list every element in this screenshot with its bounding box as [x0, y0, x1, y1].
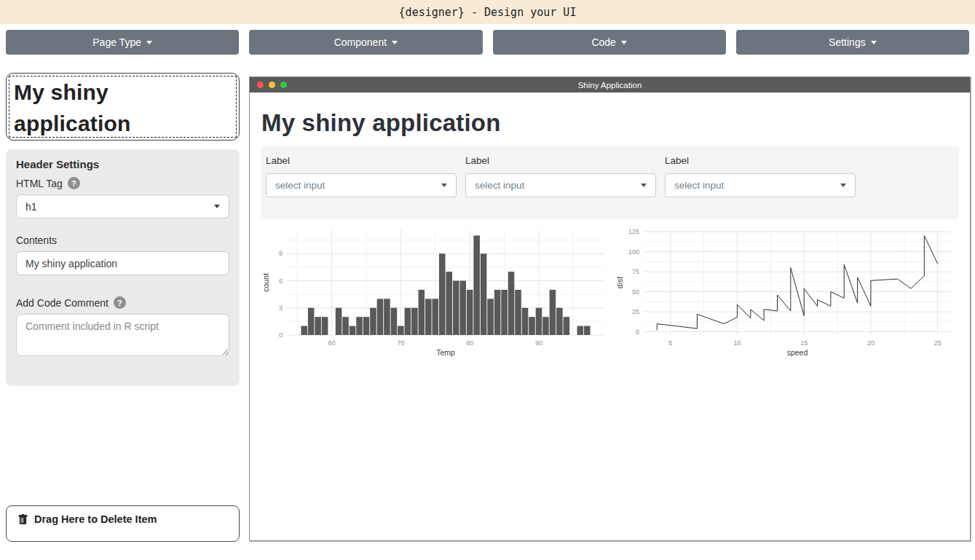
chevron-down-icon [621, 41, 627, 44]
select-input-placeholder: select input [674, 180, 724, 191]
trash-icon [17, 514, 28, 525]
select-inputs-row: Label select input Label select input La… [261, 146, 959, 219]
chevron-down-icon [214, 205, 220, 208]
code-comment-textarea[interactable] [16, 314, 229, 356]
svg-text:60: 60 [328, 339, 336, 347]
code-comment-label: Add Code Comment [16, 297, 108, 309]
chevron-down-icon [441, 184, 447, 187]
chevron-down-icon [840, 184, 846, 187]
temp-histogram-chart: 036960708090Tempcount [261, 226, 610, 361]
help-icon[interactable]: ? [68, 177, 80, 189]
svg-text:125: 125 [628, 228, 639, 235]
svg-text:count: count [261, 273, 270, 292]
contents-label: Contents [16, 234, 229, 246]
traffic-lights [257, 77, 287, 92]
select-input-label: Label [665, 155, 856, 166]
svg-text:25: 25 [632, 308, 639, 315]
html-tag-selected-value: h1 [25, 201, 37, 213]
settings-dropdown-button[interactable]: Settings [736, 30, 969, 55]
select-input-dropdown[interactable]: select input [266, 173, 457, 197]
minimize-window-icon[interactable] [269, 82, 275, 88]
chevron-down-icon [146, 41, 152, 44]
window-title: Shiny Application [578, 81, 642, 90]
toolbar: Page Type Component Code Settings [6, 30, 969, 55]
component-label: Component [334, 36, 387, 48]
svg-text:80: 80 [466, 339, 473, 347]
select-input-group: Label select input [266, 154, 457, 197]
component-dropdown-button[interactable]: Component [249, 30, 482, 55]
maximize-window-icon[interactable] [280, 82, 287, 88]
charts-row: 036960708090Tempcount 025507510012551015… [261, 226, 959, 361]
chevron-down-icon [641, 184, 647, 187]
sidebar: My shiny application Header Settings HTM… [6, 73, 240, 550]
header-settings-panel: Header Settings HTML Tag ? h1 Contents A… [6, 149, 240, 386]
panel-title: Header Settings [16, 158, 229, 170]
settings-label: Settings [829, 36, 866, 48]
svg-text:0: 0 [279, 331, 283, 339]
close-window-icon[interactable] [257, 82, 264, 88]
svg-text:9: 9 [279, 250, 283, 257]
svg-text:dist: dist [615, 277, 624, 288]
app-heading: My shiny application [261, 109, 958, 137]
html-tag-label: HTML Tag [16, 178, 63, 189]
svg-text:5: 5 [668, 339, 672, 347]
svg-text:100: 100 [628, 248, 639, 256]
svg-text:20: 20 [867, 339, 875, 347]
app-title: {designer} - Design your UI [399, 6, 577, 19]
select-input-group: Label select input [465, 154, 656, 197]
select-input-dropdown[interactable]: select input [665, 173, 856, 197]
delete-drop-zone[interactable]: Drag Here to Delete Item [6, 505, 240, 542]
svg-text:25: 25 [934, 339, 942, 347]
svg-text:6: 6 [279, 277, 283, 285]
title-preview-text: My shiny application [14, 80, 131, 135]
svg-text:75: 75 [632, 268, 639, 275]
select-input-placeholder: select input [475, 180, 524, 191]
svg-text:Temp: Temp [436, 348, 455, 357]
svg-text:speed: speed [787, 348, 808, 357]
select-input-label: Label [266, 155, 457, 166]
svg-text:90: 90 [535, 339, 542, 347]
select-input-dropdown[interactable]: select input [465, 173, 656, 197]
window-titlebar: Shiny Application [250, 77, 970, 92]
code-comment-label-row: Add Code Comment ? [16, 296, 229, 309]
title-preview-dashed-frame: My shiny application [9, 76, 237, 138]
html-tag-label-row: HTML Tag ? [16, 177, 229, 189]
page-type-dropdown-button[interactable]: Page Type [6, 30, 239, 55]
code-label: Code [591, 36, 615, 48]
select-input-placeholder: select input [275, 180, 325, 191]
svg-text:0: 0 [636, 328, 639, 336]
svg-text:50: 50 [632, 288, 639, 296]
select-input-label: Label [465, 155, 656, 166]
chevron-down-icon [392, 41, 398, 44]
contents-input[interactable] [16, 251, 229, 275]
app-header: {designer} - Design your UI [0, 0, 975, 24]
svg-text:3: 3 [279, 304, 283, 312]
chevron-down-icon [871, 41, 877, 44]
title-preview-dragitem[interactable]: My shiny application [6, 73, 240, 141]
speed-dist-line-chart: 0255075100125510152025speeddist [615, 226, 957, 361]
html-tag-select[interactable]: h1 [16, 194, 229, 218]
svg-text:15: 15 [800, 339, 808, 347]
svg-text:70: 70 [397, 339, 404, 347]
delete-zone-label: Drag Here to Delete Item [34, 513, 157, 525]
shiny-app-preview-window: Shiny Application My shiny application L… [249, 76, 971, 541]
code-dropdown-button[interactable]: Code [493, 30, 726, 55]
page-type-label: Page Type [92, 36, 141, 48]
help-icon[interactable]: ? [114, 296, 126, 309]
select-input-group: Label select input [665, 154, 856, 197]
svg-text:10: 10 [733, 339, 741, 347]
